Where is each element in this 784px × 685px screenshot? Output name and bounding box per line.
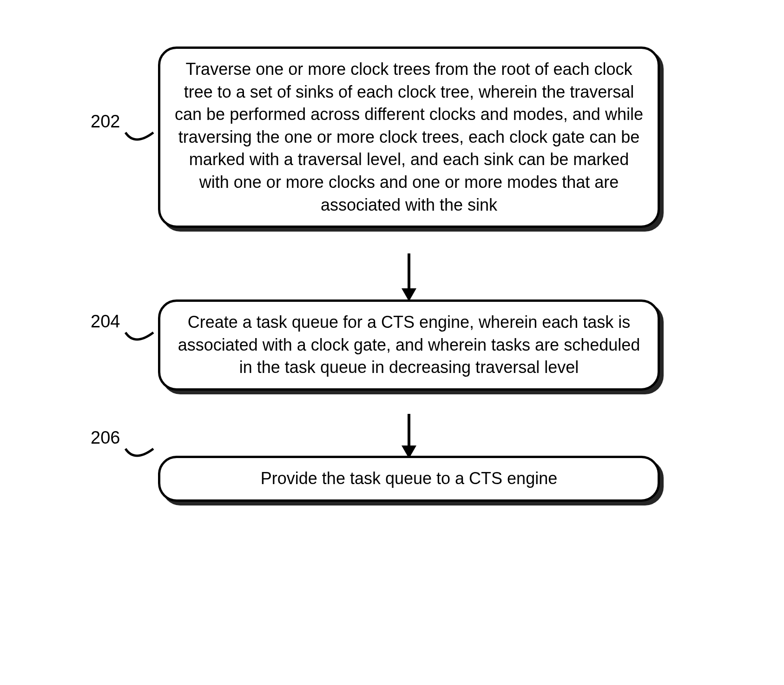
step-text-206: Provide the task queue to a CTS engine: [261, 469, 557, 488]
step-text-204: Create a task queue for a CTS engine, wh…: [178, 313, 640, 377]
step-label-202: 202: [91, 112, 120, 132]
step-box-202: Traverse one or more clock trees from th…: [158, 47, 660, 228]
step-label-206: 206: [91, 428, 120, 448]
label-connector-206: [121, 435, 163, 465]
label-connector-202: [121, 119, 163, 149]
step-label-204: 204: [91, 312, 120, 332]
label-connector-204: [121, 319, 163, 349]
arrow-204-206: [402, 414, 416, 459]
step-box-204: Create a task queue for a CTS engine, wh…: [158, 299, 660, 391]
arrow-202-204: [402, 253, 416, 301]
step-box-206: Provide the task queue to a CTS engine: [158, 456, 660, 502]
step-text-202: Traverse one or more clock trees from th…: [175, 60, 643, 214]
